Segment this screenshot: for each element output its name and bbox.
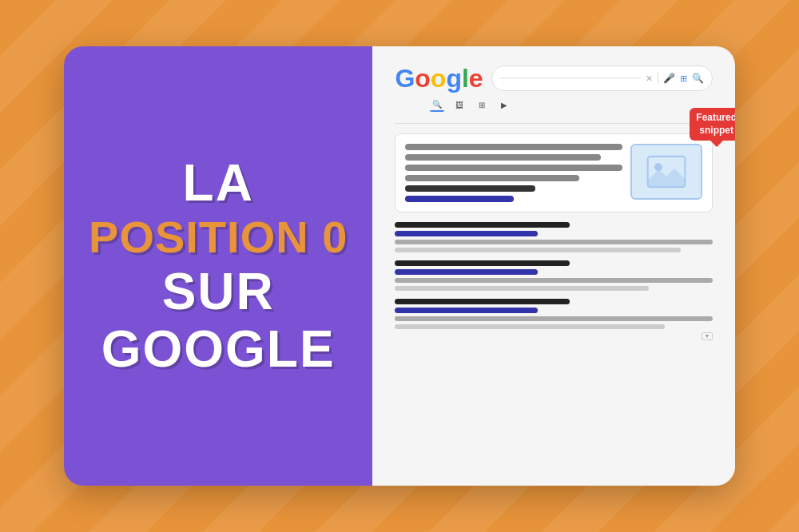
result3-desc1 <box>395 316 713 321</box>
snippet-text-line6 <box>405 196 514 202</box>
search-area: Google ✕ 🎤 ⊞ 🔍 <box>395 66 713 112</box>
title-la: LA <box>183 157 254 208</box>
search-icons-right: ✕ 🎤 ⊞ 🔍 <box>646 73 704 85</box>
mic-icon[interactable]: 🎤 <box>663 73 675 85</box>
search-input-box[interactable]: ✕ 🎤 ⊞ 🔍 <box>491 66 713 91</box>
left-panel: LA POSITION 0 SUR GOOGLE <box>64 46 372 486</box>
featured-snippet-box <box>395 133 713 212</box>
snippet-image <box>630 144 702 200</box>
search-button-icon[interactable]: 🔍 <box>692 73 704 85</box>
search-result-2 <box>395 260 713 291</box>
divider <box>395 123 713 124</box>
expand-icon[interactable]: ▼ <box>702 332 713 340</box>
featured-snippet-container: Featured snippet <box>395 133 713 222</box>
title-google: GOOGLE <box>101 324 336 375</box>
main-card: LA POSITION 0 SUR GOOGLE Google ✕ <box>64 46 735 486</box>
result3-url <box>395 308 538 313</box>
tab-images[interactable]: 🖼 <box>452 97 467 112</box>
search-bar-row: Google ✕ 🎤 ⊞ 🔍 <box>395 66 713 91</box>
snippet-text-line5 <box>405 185 535 192</box>
result1-desc1 <box>395 240 713 244</box>
snippet-text-line3 <box>405 165 622 171</box>
tab-all[interactable]: 🔍 <box>430 97 444 112</box>
image-search-icon[interactable]: ⊞ <box>680 73 687 84</box>
snippet-text-line4 <box>405 175 578 181</box>
result1-title <box>395 222 570 228</box>
result1-url <box>395 231 538 236</box>
right-panel: Google ✕ 🎤 ⊞ 🔍 <box>372 46 735 486</box>
image-placeholder-icon <box>646 152 686 192</box>
result2-url <box>395 269 538 275</box>
snippet-text-col <box>405 144 622 202</box>
result1-desc2 <box>395 248 681 252</box>
title-sur: SUR <box>162 266 275 317</box>
search-result-3: ▼ <box>395 299 713 340</box>
tab-videos[interactable]: ▶ <box>497 97 511 112</box>
result3-desc2 <box>395 324 665 329</box>
result2-desc1 <box>395 278 713 283</box>
title-position0: POSITION 0 <box>89 215 348 260</box>
search-tabs: 🔍 🖼 ⊞ ▶ <box>395 97 713 112</box>
result2-title <box>395 260 570 266</box>
featured-snippet-label: Featured snippet <box>690 108 735 141</box>
clear-icon[interactable]: ✕ <box>646 73 653 84</box>
result2-desc2 <box>395 286 649 291</box>
tab-news[interactable]: ⊞ <box>475 97 489 112</box>
google-logo: Google <box>395 66 483 91</box>
snippet-text-line2 <box>405 154 600 161</box>
search-result-1 <box>395 222 713 252</box>
result3-title <box>395 299 570 304</box>
snippet-text-line1 <box>405 144 622 150</box>
